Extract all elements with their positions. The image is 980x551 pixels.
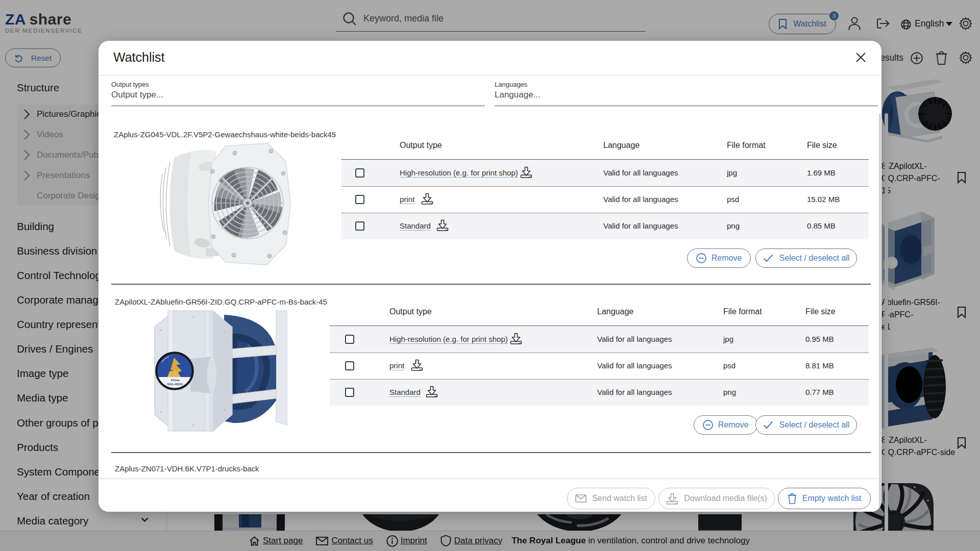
svg-text:ECblue: ECblue	[171, 379, 180, 382]
svg-text:ZIEHL-ABEGG: ZIEHL-ABEGG	[167, 383, 183, 386]
